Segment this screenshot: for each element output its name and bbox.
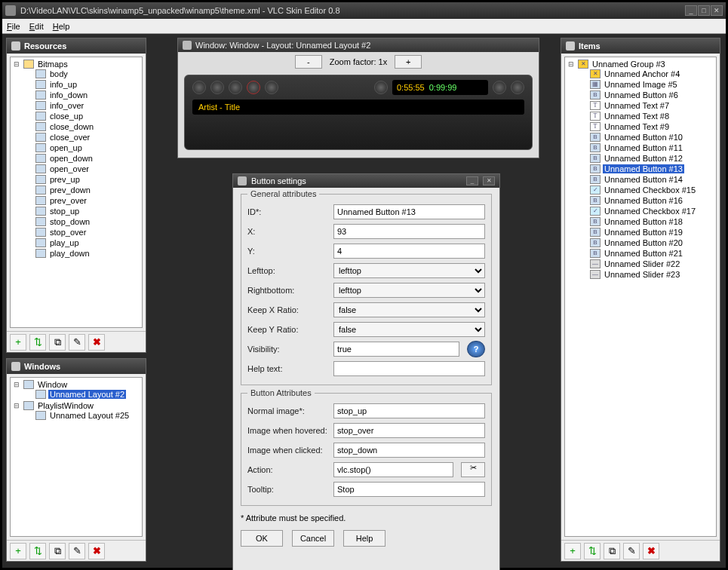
copy-button[interactable]: ⧉ (49, 334, 66, 351)
next-icon[interactable] (265, 81, 278, 94)
visibility-input[interactable] (333, 342, 459, 357)
skin-preview[interactable]: 0:55:55 0:99:99 Artist - Title (184, 75, 533, 150)
tree-item[interactable]: info_over (24, 101, 140, 110)
maximize-button[interactable]: □ (698, 5, 710, 16)
tree-item[interactable]: ⊟Bitmaps (12, 60, 140, 69)
tree-item[interactable]: ✓Unnamed Checkbox #17 (579, 207, 714, 216)
close-button[interactable]: ✕ (711, 5, 723, 16)
tree-item[interactable]: BUnnamed Button #14 (579, 175, 714, 184)
y-input[interactable] (333, 244, 485, 259)
minimize-button[interactable]: _ (685, 5, 697, 16)
tree-item[interactable]: play_down (24, 249, 140, 258)
arrows-button[interactable]: ⇅ (29, 543, 46, 559)
menu-edit[interactable]: Edit (29, 22, 44, 31)
tree-item[interactable]: BUnnamed Button #19 (579, 228, 714, 237)
edit-button[interactable]: ✎ (623, 543, 640, 559)
tree-item[interactable]: info_down (24, 90, 140, 100)
tree-item[interactable]: —Unnamed Slider #23 (579, 270, 714, 279)
edit-button[interactable]: ✎ (69, 543, 85, 559)
tree-item[interactable]: close_down (24, 122, 140, 131)
tree-item[interactable]: stop_over (24, 228, 140, 237)
copy-button[interactable]: ⧉ (604, 543, 620, 559)
tree-item[interactable]: BUnnamed Button #18 (579, 217, 714, 226)
keepy-select[interactable]: false (333, 322, 485, 337)
x-input[interactable] (333, 224, 485, 239)
action-edit-button[interactable]: ✂ (461, 462, 485, 477)
arrows-button[interactable]: ⇅ (29, 334, 46, 351)
delete-button[interactable]: ✖ (88, 543, 105, 559)
action-input[interactable] (333, 462, 453, 477)
rightbottom-select[interactable]: lefttop (333, 283, 485, 298)
prev-icon[interactable] (192, 81, 206, 94)
tree-item[interactable]: open_over (24, 164, 140, 173)
copy-button[interactable]: ⧉ (49, 543, 66, 559)
tree-item[interactable]: body (24, 69, 140, 78)
menu-help[interactable]: Help (53, 22, 70, 31)
tree-item[interactable]: TUnnamed Text #7 (579, 101, 714, 110)
pause-icon[interactable] (229, 81, 242, 94)
tree-item[interactable]: PlaylistWindow (36, 401, 95, 410)
tree-item[interactable]: prev_up (24, 175, 140, 184)
tree-item[interactable]: prev_over (24, 196, 140, 205)
keepx-select[interactable]: false (333, 302, 485, 317)
play-icon[interactable] (210, 81, 224, 94)
zoom-out-button[interactable]: - (295, 55, 322, 69)
lefttop-select[interactable]: lefttop (333, 263, 485, 278)
tree-item[interactable]: close_over (24, 133, 140, 142)
stop-icon[interactable] (247, 81, 260, 94)
tree-item[interactable]: BUnnamed Button #11 (579, 143, 714, 152)
helptext-input[interactable] (333, 361, 485, 376)
zoom-in-button[interactable]: + (395, 55, 422, 69)
vol-icon[interactable] (374, 81, 388, 94)
items-tree[interactable]: ⊟✕Unnamed Group #3✕Unnamed Anchor #4▦Unn… (564, 57, 717, 537)
clickimage-input[interactable] (333, 443, 485, 458)
tree-item[interactable]: BUnnamed Button #21 (579, 249, 714, 258)
menu-file[interactable]: File (7, 22, 20, 31)
tree-item[interactable]: stop_up (24, 207, 140, 216)
tree-item[interactable]: prev_down (24, 185, 140, 195)
tree-item[interactable]: ⊟✕Unnamed Group #3 (567, 60, 714, 69)
delete-button[interactable]: ✖ (88, 334, 105, 351)
tooltip-input[interactable] (333, 482, 485, 497)
tree-item[interactable]: BUnnamed Button #13 (579, 164, 714, 173)
dialog-close-button[interactable]: ✕ (483, 176, 495, 185)
cancel-button[interactable]: Cancel (292, 530, 334, 547)
add-button[interactable]: + (10, 543, 26, 559)
tree-item[interactable]: BUnnamed Button #16 (579, 196, 714, 205)
hoverimage-input[interactable] (333, 423, 485, 438)
tree-item[interactable]: ✕Unnamed Anchor #4 (579, 69, 714, 78)
tree-item[interactable]: play_up (24, 238, 140, 247)
tree-item[interactable]: TUnnamed Text #8 (579, 112, 714, 121)
tree-item[interactable]: —Unnamed Slider #22 (579, 259, 714, 268)
tree-item[interactable]: info_up (24, 80, 140, 89)
close-icon[interactable] (511, 81, 524, 94)
tree-item[interactable]: close_up (24, 112, 140, 121)
tree-item[interactable]: ✓Unnamed Checkbox #15 (579, 185, 714, 195)
tree-item[interactable]: BUnnamed Button #12 (579, 154, 714, 163)
tree-item[interactable]: Window (36, 380, 69, 389)
tree-item[interactable]: BUnnamed Button #20 (579, 238, 714, 247)
add-button[interactable]: + (564, 543, 581, 559)
help-icon[interactable]: ? (467, 341, 485, 357)
tree-item[interactable]: open_down (24, 154, 140, 163)
ok-button[interactable]: OK (241, 530, 283, 547)
arrows-button[interactable]: ⇅ (584, 543, 601, 559)
edit-button[interactable]: ✎ (69, 334, 85, 351)
tree-item[interactable]: TUnnamed Text #9 (579, 122, 714, 131)
add-button[interactable]: + (10, 334, 26, 351)
tree-item[interactable]: Unnamed Layout #25 (48, 411, 131, 420)
normalimage-input[interactable] (333, 403, 485, 418)
info-icon[interactable] (493, 81, 506, 94)
tree-item[interactable]: ▦Unnamed Image #5 (579, 80, 714, 89)
help-button[interactable]: Help (343, 530, 386, 547)
tree-item[interactable]: BUnnamed Button #10 (579, 133, 714, 142)
dialog-minimize-button[interactable]: _ (466, 176, 478, 185)
tree-item[interactable]: open_up (24, 143, 140, 152)
windows-tree[interactable]: ⊟Window Unnamed Layout #2 ⊟PlaylistWindo… (10, 377, 143, 537)
delete-button[interactable]: ✖ (643, 543, 659, 559)
tree-item[interactable]: BUnnamed Button #6 (579, 90, 714, 100)
tree-item[interactable]: Unnamed Layout #2 (48, 390, 126, 399)
id-input[interactable] (333, 204, 485, 219)
tree-item[interactable]: stop_down (24, 217, 140, 226)
resources-tree[interactable]: ⊟Bitmapsbodyinfo_upinfo_downinfo_overclo… (10, 57, 143, 328)
